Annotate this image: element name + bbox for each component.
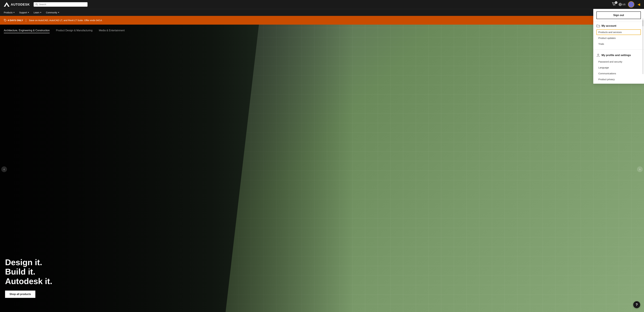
svg-point-1 bbox=[36, 4, 37, 5]
products-label: Products bbox=[4, 11, 12, 14]
sign-out-section: Sign out bbox=[593, 9, 644, 22]
user-dropdown-panel: Sign out My account Products and service… bbox=[593, 9, 644, 84]
hero-headline: Design it. Build it. Autodesk it. bbox=[5, 258, 52, 286]
nav-item-learn[interactable]: Learn ▼ bbox=[34, 11, 42, 14]
industry-tabs: Architecture, Engineering & Construction… bbox=[4, 29, 124, 33]
logo[interactable]: AUTODESK bbox=[4, 2, 30, 7]
tab-product-design[interactable]: Product Design & Manufacturing bbox=[56, 29, 92, 33]
folder-icon bbox=[596, 25, 600, 27]
nav-item-community[interactable]: Community ▼ bbox=[46, 11, 60, 14]
help-icon: ? bbox=[636, 303, 638, 307]
my-profile-label: My profile and settings bbox=[602, 54, 631, 57]
hero-line-2: Build it. bbox=[5, 267, 52, 277]
cart-button[interactable]: 0 bbox=[612, 2, 616, 7]
person-icon bbox=[596, 54, 600, 57]
collapse-arrow-icon[interactable]: ◀ bbox=[638, 3, 640, 7]
secondary-navigation: Products ▼ Support ▼ Learn ▼ Community ▼ bbox=[0, 9, 644, 16]
my-account-title: My account bbox=[596, 24, 641, 28]
nav-item-support[interactable]: Support ▼ bbox=[19, 11, 29, 14]
dropdown-item-product-privacy[interactable]: Product privacy bbox=[596, 77, 641, 82]
promo-days-text: 4 DAYS ONLY bbox=[8, 19, 23, 22]
dropdown-item-communications[interactable]: Communications bbox=[596, 71, 641, 76]
support-label: Support bbox=[19, 11, 27, 14]
tab-product-design-label: Product Design & Manufacturing bbox=[56, 29, 92, 32]
search-icon bbox=[36, 3, 38, 6]
products-chevron-icon: ▼ bbox=[13, 12, 15, 13]
tab-architecture[interactable]: Architecture, Engineering & Construction bbox=[4, 29, 50, 33]
search-input[interactable] bbox=[39, 3, 86, 6]
svg-marker-0 bbox=[4, 2, 10, 7]
autodesk-logo-icon bbox=[4, 2, 10, 7]
tag-icon bbox=[4, 19, 7, 22]
sign-out-button[interactable]: Sign out bbox=[596, 12, 641, 19]
top-nav-right: 0 US ◀ bbox=[612, 1, 640, 8]
learn-chevron-icon: ▼ bbox=[40, 12, 42, 13]
tab-architecture-label: Architecture, Engineering & Construction bbox=[4, 29, 50, 32]
promo-divider: | bbox=[26, 19, 26, 22]
shop-all-products-button[interactable]: Shop all products bbox=[5, 290, 35, 298]
my-profile-title: My profile and settings bbox=[596, 54, 641, 57]
community-chevron-icon: ▼ bbox=[58, 12, 60, 13]
locale-button[interactable]: US bbox=[619, 3, 626, 6]
my-profile-section: My profile and settings Password and sec… bbox=[593, 51, 644, 84]
hero-line-1: Design it. bbox=[5, 258, 52, 267]
svg-point-4 bbox=[614, 5, 615, 6]
search-bar[interactable] bbox=[34, 2, 88, 7]
tab-media[interactable]: Media & Entertainment bbox=[99, 29, 124, 33]
cart-badge: 0 bbox=[615, 1, 617, 4]
community-label: Community bbox=[46, 11, 57, 14]
hero-gradient bbox=[0, 25, 354, 312]
locale-label: US bbox=[622, 3, 626, 6]
hero-background bbox=[0, 25, 644, 312]
svg-line-2 bbox=[37, 5, 38, 6]
dropdown-item-trials[interactable]: Trials bbox=[596, 41, 641, 47]
dropdown-item-language[interactable]: Language bbox=[596, 65, 641, 70]
promo-description: Save on AutoCAD, AutoCAD LT, and Revit L… bbox=[29, 19, 102, 22]
nav-item-products[interactable]: Products ▼ bbox=[4, 11, 15, 14]
user-avatar-button[interactable] bbox=[628, 1, 634, 8]
dropdown-item-products-services[interactable]: Products and services bbox=[596, 29, 641, 35]
dropdown-item-password[interactable]: Password and security bbox=[596, 59, 641, 64]
hero-section: Architecture, Engineering & Construction… bbox=[0, 25, 644, 312]
dropdown-scrollbar bbox=[642, 19, 643, 74]
carousel-prev-button[interactable]: ‹ bbox=[1, 167, 7, 172]
my-account-section: My account Products and services Product… bbox=[593, 22, 644, 48]
support-chevron-icon: ▼ bbox=[28, 12, 29, 13]
dropdown-item-product-updates[interactable]: Product updates bbox=[596, 35, 641, 41]
promo-badge: 4 DAYS ONLY bbox=[4, 19, 23, 22]
promo-banner: 4 DAYS ONLY | Save on AutoCAD, AutoCAD L… bbox=[0, 16, 644, 25]
globe-icon bbox=[619, 3, 622, 6]
dropdown-scrollbar-thumb bbox=[642, 20, 643, 26]
carousel-next-button[interactable]: › bbox=[637, 167, 643, 172]
my-account-label: My account bbox=[602, 24, 616, 28]
learn-label: Learn bbox=[34, 11, 39, 14]
svg-point-8 bbox=[4, 20, 5, 20]
logo-wordmark: AUTODESK bbox=[11, 3, 30, 6]
svg-point-3 bbox=[613, 5, 614, 6]
svg-point-9 bbox=[598, 54, 599, 55]
help-button[interactable]: ? bbox=[633, 301, 640, 308]
hero-line-3: Autodesk it. bbox=[5, 277, 52, 286]
tab-media-label: Media & Entertainment bbox=[99, 29, 124, 32]
hero-content: Design it. Build it. Autodesk it. Shop a… bbox=[5, 258, 52, 298]
top-navigation: AUTODESK 0 US ◀ bbox=[0, 0, 644, 9]
